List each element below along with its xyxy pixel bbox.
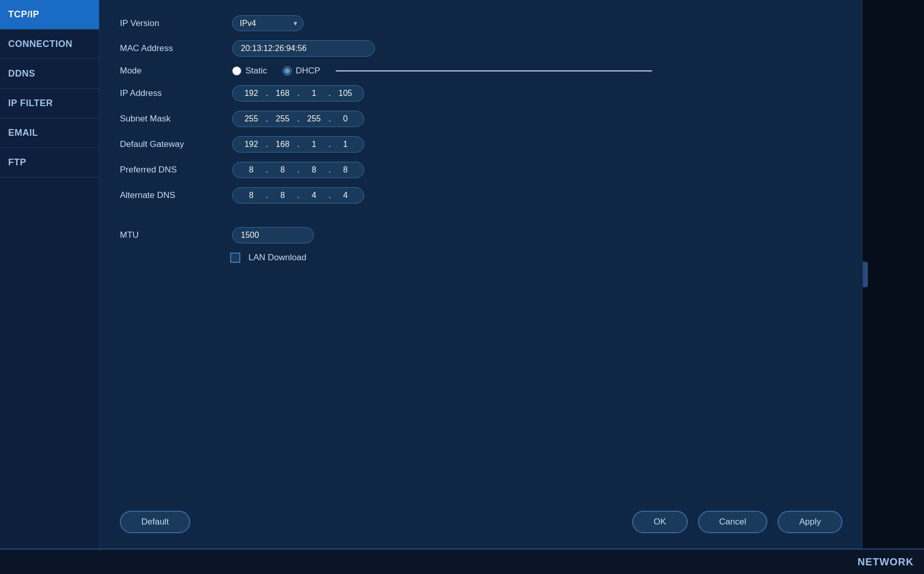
preferred-dns-octet1[interactable]: [240, 165, 263, 174]
subnet-mask-octet1[interactable]: [240, 114, 263, 123]
mode-radio-group: Static DHCP: [232, 66, 320, 76]
mode-dhcp-option[interactable]: DHCP: [283, 66, 320, 76]
ip-dot-1: .: [266, 89, 268, 98]
panel-handle[interactable]: [863, 262, 868, 287]
pdns-dot-3: .: [329, 165, 331, 174]
ip-address-octet3[interactable]: [303, 89, 326, 98]
ip-version-row: IP Version IPv4 IPv6 ▼: [120, 15, 842, 31]
mac-address-label: MAC Address: [120, 43, 222, 54]
subnet-mask-octet2[interactable]: [271, 114, 294, 123]
pdns-dot-2: .: [297, 165, 299, 174]
ip-address-label: IP Address: [120, 88, 222, 98]
alternate-dns-row: Alternate DNS . . .: [120, 187, 842, 204]
subnet-mask-field: . . .: [232, 111, 364, 127]
preferred-dns-label: Preferred DNS: [120, 165, 222, 175]
alternate-dns-octet1[interactable]: [240, 191, 263, 200]
pdns-dot-1: .: [266, 165, 268, 174]
mode-dhcp-radio[interactable]: [283, 66, 292, 76]
lan-download-checkbox[interactable]: [230, 253, 240, 263]
mode-static-option[interactable]: Static: [232, 66, 267, 76]
preferred-dns-octet4[interactable]: [334, 165, 357, 174]
preferred-dns-octet2[interactable]: [271, 165, 294, 174]
mtu-row: MTU: [120, 227, 842, 243]
action-buttons: OK Cancel Apply: [632, 511, 842, 533]
spacer: [120, 213, 842, 218]
ip-address-field: . . .: [232, 85, 364, 102]
ip-dot-3: .: [329, 89, 331, 98]
gateway-dot-1: .: [266, 140, 268, 149]
network-form: IP Version IPv4 IPv6 ▼ MAC Address Mode: [120, 15, 842, 263]
mtu-input[interactable]: [232, 227, 314, 243]
default-button[interactable]: Default: [120, 511, 190, 533]
subnet-dot-2: .: [297, 114, 299, 123]
gateway-dot-2: .: [297, 140, 299, 149]
mac-address-input[interactable]: [232, 40, 375, 57]
subnet-dot-1: .: [266, 114, 268, 123]
alternate-dns-octet4[interactable]: [334, 191, 357, 200]
mtu-label: MTU: [120, 230, 222, 240]
ip-address-octet1[interactable]: [240, 89, 263, 98]
preferred-dns-row: Preferred DNS . . .: [120, 162, 842, 178]
ip-dot-2: .: [297, 89, 299, 98]
preferred-dns-field: . . .: [232, 162, 364, 178]
right-panel: [863, 0, 924, 548]
dhcp-line-decoration: [336, 70, 652, 71]
ip-address-octet2[interactable]: [271, 89, 294, 98]
alternate-dns-field: . . .: [232, 187, 364, 204]
sidebar-item-tcpip[interactable]: TCP/IP: [0, 0, 99, 30]
ip-version-label: IP Version: [120, 18, 222, 29]
bottom-bar: Default OK Cancel Apply: [99, 511, 863, 533]
content-area: IP Version IPv4 IPv6 ▼ MAC Address Mode: [99, 0, 863, 548]
sidebar-item-ipfilter[interactable]: IP FILTER: [0, 89, 99, 118]
preferred-dns-octet3[interactable]: [303, 165, 326, 174]
subnet-mask-label: Subnet Mask: [120, 114, 222, 124]
alternate-dns-octet3[interactable]: [303, 191, 326, 200]
apply-button[interactable]: Apply: [778, 511, 842, 533]
subnet-mask-row: Subnet Mask . . .: [120, 111, 842, 127]
mode-static-radio[interactable]: [232, 66, 241, 76]
sidebar-item-ddns[interactable]: DDNS: [0, 59, 99, 89]
lan-download-row: LAN Download: [120, 253, 842, 263]
ok-button[interactable]: OK: [632, 511, 688, 533]
status-label: NETWORK: [858, 556, 914, 568]
cancel-button[interactable]: Cancel: [698, 511, 768, 533]
sidebar-item-ftp[interactable]: FTP: [0, 148, 99, 178]
gateway-dot-3: .: [329, 140, 331, 149]
default-gateway-octet1[interactable]: [240, 140, 263, 149]
ip-address-row: IP Address . . .: [120, 85, 842, 102]
default-gateway-field: . . .: [232, 136, 364, 153]
adns-dot-1: .: [266, 191, 268, 200]
alternate-dns-octet2[interactable]: [271, 191, 294, 200]
mode-label: Mode: [120, 66, 222, 76]
subnet-dot-3: .: [329, 114, 331, 123]
subnet-mask-octet3[interactable]: [303, 114, 326, 123]
default-gateway-octet3[interactable]: [303, 140, 326, 149]
mac-address-row: MAC Address: [120, 40, 842, 57]
ip-version-select[interactable]: IPv4 IPv6: [232, 15, 304, 31]
default-gateway-label: Default Gateway: [120, 139, 222, 149]
adns-dot-2: .: [297, 191, 299, 200]
default-gateway-octet4[interactable]: [334, 140, 357, 149]
default-gateway-row: Default Gateway . . .: [120, 136, 842, 153]
adns-dot-3: .: [329, 191, 331, 200]
ip-version-select-wrapper: IPv4 IPv6 ▼: [232, 15, 304, 31]
subnet-mask-octet4[interactable]: [334, 114, 357, 123]
mode-row: Mode Static DHCP: [120, 66, 842, 76]
status-bar: NETWORK: [0, 548, 924, 574]
ip-address-octet4[interactable]: [334, 89, 357, 98]
default-gateway-octet2[interactable]: [271, 140, 294, 149]
alternate-dns-label: Alternate DNS: [120, 190, 222, 201]
sidebar: TCP/IP CONNECTION DDNS IP FILTER EMAIL F…: [0, 0, 99, 548]
sidebar-item-email[interactable]: EMAIL: [0, 118, 99, 148]
sidebar-item-connection[interactable]: CONNECTION: [0, 30, 99, 59]
lan-download-label: LAN Download: [248, 253, 306, 263]
